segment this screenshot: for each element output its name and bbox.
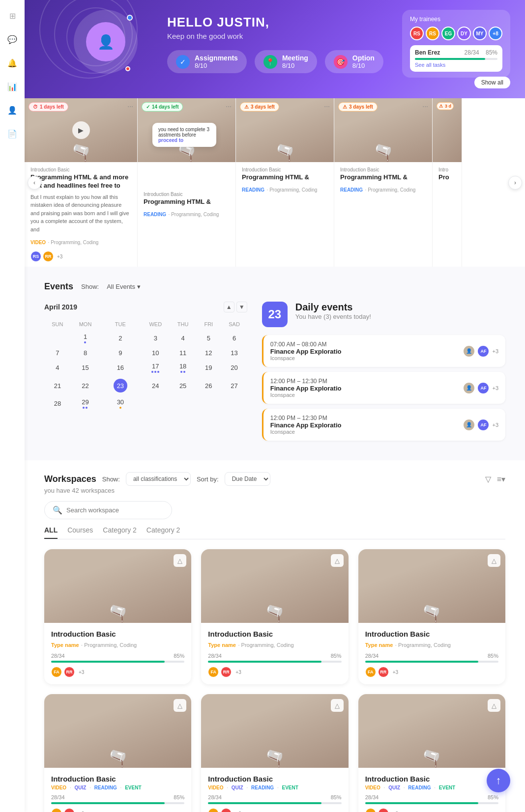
workspaces-count: you have 42 workspaces xyxy=(44,487,505,494)
ws-avatar-5a: FA xyxy=(208,808,219,812)
cal-day[interactable]: 11 xyxy=(170,346,196,360)
show-all-button[interactable]: Show all xyxy=(474,77,510,88)
workspaces-classification-select[interactable]: all classifications xyxy=(126,472,191,486)
cal-day[interactable]: 18 xyxy=(170,360,196,376)
workspaces-title: Workspaces xyxy=(44,474,96,484)
filter-icon[interactable]: ▽ xyxy=(485,475,491,484)
cal-day[interactable]: 4 xyxy=(170,330,196,346)
card-play-button[interactable]: ▶ xyxy=(72,121,90,139)
user-icon[interactable]: 👤 xyxy=(6,104,18,116)
cal-day[interactable]: 19 xyxy=(196,360,221,376)
tag-quiz: QUIZ xyxy=(74,785,86,790)
stat-option[interactable]: 🎯 Option 8/10 xyxy=(325,50,383,73)
ws-bookmark-1[interactable]: △ xyxy=(174,554,186,567)
meeting-icon: 📍 xyxy=(263,55,277,69)
cal-day[interactable]: 20 xyxy=(221,360,247,376)
card-menu-1[interactable]: ··· xyxy=(127,102,133,110)
cal-day[interactable]: 5 xyxy=(196,330,221,346)
events-show-label: Show: xyxy=(81,283,99,290)
search-bar: 🔍 xyxy=(44,501,172,519)
chat-icon[interactable]: 💬 xyxy=(6,33,18,45)
ws-bookmark-5[interactable]: △ xyxy=(331,699,344,712)
see-all-tasks-link[interactable]: See all tasks xyxy=(415,62,497,68)
cal-day[interactable]: 16 xyxy=(100,360,141,376)
cal-next-button[interactable]: ▼ xyxy=(236,302,247,312)
cal-day[interactable]: 3 xyxy=(141,330,170,346)
ws-type-tags-5: VIDEO · QUIZ · READING · EVENT xyxy=(208,785,341,790)
ws-card-2[interactable]: 🫗 △ Introduction Basic Type name · Progr… xyxy=(201,549,348,684)
cal-day[interactable]: 21 xyxy=(44,376,71,395)
cal-day[interactable]: 25 xyxy=(170,376,196,395)
cal-day[interactable]: 28 xyxy=(44,395,71,412)
cal-day[interactable]: 9 xyxy=(100,346,141,360)
ws-card-4[interactable]: 🫗 △ Introduction Basic VIDEO · QUIZ · RE… xyxy=(44,694,191,812)
stat-meeting[interactable]: 📍 Meeting 8/10 xyxy=(255,50,317,73)
cal-day[interactable]: 26 xyxy=(196,376,221,395)
tab-all[interactable]: ALL xyxy=(44,526,58,539)
cal-day[interactable]: 29 xyxy=(71,395,100,412)
cal-day[interactable]: 15 xyxy=(71,360,100,376)
cards-prev-button[interactable]: ‹ xyxy=(28,176,41,190)
cal-day[interactable]: 6 xyxy=(221,330,247,346)
card-menu-4[interactable]: ··· xyxy=(422,102,428,110)
cal-day[interactable]: 12 xyxy=(196,346,221,360)
card-title-4: Programming HTML & xyxy=(340,173,426,182)
ws-card-1[interactable]: 🫗 △ Introduction Basic Type name · Progr… xyxy=(44,549,191,684)
fab-button[interactable]: ↑ xyxy=(487,769,510,792)
event-item-2[interactable]: 12:00 PM – 12:30 PM Finance App Explorat… xyxy=(262,372,505,404)
cal-day[interactable]: 17 xyxy=(141,360,170,376)
cards-next-button[interactable]: › xyxy=(508,176,522,190)
ws-bookmark-2[interactable]: △ xyxy=(331,554,344,567)
cal-day[interactable]: 7 xyxy=(44,346,71,360)
card-menu-3[interactable]: ··· xyxy=(324,102,330,110)
events-show-select[interactable]: All Events ▾ xyxy=(107,283,141,290)
workspaces-sort-select[interactable]: Due Date xyxy=(225,472,270,486)
cal-today-cell[interactable]: 23 xyxy=(100,376,141,395)
bell-icon[interactable]: 🔔 xyxy=(6,57,18,69)
cal-day[interactable]: 2 xyxy=(100,330,141,346)
ws-type-3: Type name xyxy=(365,642,393,648)
cal-day[interactable]: 8 xyxy=(71,346,100,360)
tab-category2-2[interactable]: Category 2 xyxy=(146,526,180,539)
ws-card-image-2: 🫗 △ xyxy=(201,549,348,623)
event-item-1[interactable]: 07:00 AM – 08:00 AM Finance App Explorat… xyxy=(262,335,505,367)
tab-courses[interactable]: Courses xyxy=(67,526,93,539)
tab-category2-1[interactable]: Category 2 xyxy=(103,526,136,539)
ws-bookmark-4[interactable]: △ xyxy=(174,699,186,712)
course-card-5: ⚠3 d Intro Pro xyxy=(433,98,462,267)
cal-day[interactable]: 24 xyxy=(141,376,170,395)
view-icon[interactable]: ≡▾ xyxy=(497,475,505,484)
cal-prev-button[interactable]: ▲ xyxy=(224,302,234,312)
meeting-label: Meeting xyxy=(282,54,308,62)
event-item-3[interactable]: 12:00 PM – 12:30 PM Finance App Explorat… xyxy=(262,409,505,441)
cal-day[interactable]: 30 xyxy=(100,395,141,412)
tooltip-link[interactable]: proceed to xyxy=(158,138,183,143)
ws-card-5[interactable]: 🫗 △ Introduction Basic VIDEO · QUIZ · RE… xyxy=(201,694,348,812)
event-name-3: Finance App Exploratio xyxy=(270,421,342,429)
ws-progress-5: 28/34 xyxy=(208,794,222,800)
ws-avatar-6b: RR xyxy=(378,808,389,812)
trainee-score-display: 28/34 85% xyxy=(465,49,497,56)
doc-icon[interactable]: 📄 xyxy=(6,128,18,140)
ws-avatar-2b: RR xyxy=(221,667,232,677)
cal-day[interactable]: 13 xyxy=(221,346,247,360)
card-menu-2[interactable]: ··· xyxy=(226,102,232,110)
cal-day[interactable] xyxy=(44,330,71,346)
card-tag-1: VIDEO xyxy=(30,240,46,245)
trainee-avatar-more: +8 xyxy=(489,27,502,40)
ws-bookmark-6[interactable]: △ xyxy=(488,699,500,712)
cal-day[interactable]: 10 xyxy=(141,346,170,360)
ws-bookmark-3[interactable]: △ xyxy=(488,554,500,567)
cal-day[interactable]: 27 xyxy=(221,376,247,395)
event-attendees-3: 👤 AF +3 xyxy=(463,419,498,431)
cal-day[interactable]: 1 xyxy=(71,330,100,346)
ws-card-6[interactable]: 🫗 △ Introduction Basic VIDEO · QUIZ · RE… xyxy=(358,694,505,812)
cal-day[interactable]: 4 xyxy=(44,360,71,376)
grid-icon[interactable]: ⊞ xyxy=(6,10,18,22)
ws-card-3[interactable]: 🫗 △ Introduction Basic Type name · Progr… xyxy=(358,549,505,684)
course-card-2: 🫗 ✓14 days left ··· you need to complete… xyxy=(138,98,236,267)
chart-icon[interactable]: 📊 xyxy=(6,81,18,92)
search-input[interactable] xyxy=(66,506,164,514)
stat-assignments[interactable]: ✓ Assignments 8/10 xyxy=(167,50,247,73)
cal-day[interactable]: 22 xyxy=(71,376,100,395)
